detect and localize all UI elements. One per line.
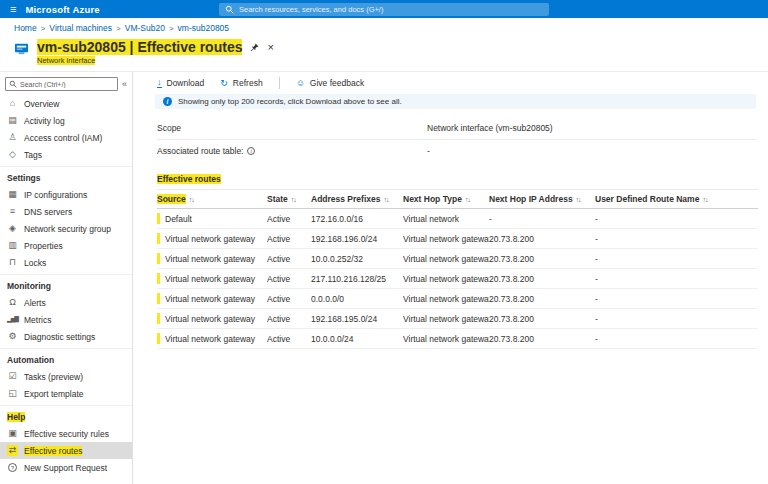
content-area: « ⌂ Overview ▤ Activity log ♙ Access con…	[0, 72, 768, 484]
sidebar-item-effective-routes[interactable]: ⇄ Effective routes	[0, 442, 132, 459]
properties-icon: ▥	[7, 240, 18, 251]
sidebar-group-header: Monitoring	[0, 274, 132, 294]
sidebar-group-header: Settings	[0, 166, 132, 186]
sidebar-item-ip-configurations[interactable]: ▦ IP configurations	[0, 186, 132, 203]
sidebar-item-alerts[interactable]: Ω Alerts	[0, 294, 132, 311]
highlight-mark	[157, 273, 160, 284]
breadcrumb-link-vm-sub20[interactable]: VM-Sub20	[125, 23, 165, 33]
breadcrumb-separator: >	[41, 24, 46, 33]
breadcrumb: Home > Virtual machines > VM-Sub20 > vm-…	[0, 18, 768, 38]
ip-configurations-icon: ▦	[7, 189, 18, 200]
column-header-source[interactable]: Source↑↓	[157, 190, 267, 209]
sidebar-search-input[interactable]	[20, 81, 114, 88]
table-row: Virtual network gateway Active 192.168.1…	[157, 309, 758, 329]
pin-icon[interactable]	[250, 43, 259, 52]
sidebar-item-tags[interactable]: ◇ Tags	[0, 146, 132, 163]
feedback-smiley-icon: ☺	[296, 79, 305, 88]
sidebar-item-label: Effective security rules	[24, 429, 109, 439]
sidebar-item-label: Export template	[24, 389, 84, 399]
locks-icon: ⊓	[7, 257, 18, 268]
download-button[interactable]: ↓ Download	[157, 78, 204, 88]
table-row: Virtual network gateway Active 217.110.2…	[157, 269, 758, 289]
menu-icon[interactable]: ≡	[10, 4, 16, 15]
page-subtitle: Network interface	[37, 56, 95, 65]
sidebar-item-label: Tags	[24, 150, 42, 160]
sidebar-item-tasks-preview[interactable]: ☑ Tasks (preview)	[0, 368, 132, 385]
highlight-mark	[157, 333, 160, 344]
global-search-input[interactable]	[239, 5, 543, 14]
network-security-group-icon: ◈	[7, 223, 18, 234]
highlight-mark	[157, 293, 160, 304]
azure-top-bar: ≡ Microsoft Azure	[0, 0, 768, 18]
sort-icon: ↑↓	[576, 196, 581, 203]
sidebar-item-label: Locks	[24, 258, 46, 268]
give-feedback-button[interactable]: ☺ Give feedback	[296, 78, 365, 88]
info-icon[interactable]: i	[247, 147, 255, 155]
sidebar-item-label: Diagnostic settings	[24, 332, 95, 342]
sidebar-item-network-security-group[interactable]: ◈ Network security group	[0, 220, 132, 237]
network-interface-icon	[14, 41, 29, 56]
column-header-next-hop-type[interactable]: Next Hop Type↑↓	[403, 190, 489, 209]
brand-title[interactable]: Microsoft Azure	[25, 4, 99, 15]
highlight-mark	[157, 253, 160, 264]
global-search[interactable]	[219, 3, 549, 16]
sidebar-item-locks[interactable]: ⊓ Locks	[0, 254, 132, 271]
tags-icon: ◇	[7, 149, 18, 160]
effective-routes-icon: ⇄	[7, 445, 18, 456]
collapse-sidebar-icon[interactable]: «	[122, 79, 127, 89]
column-header-next-hop-ip[interactable]: Next Hop IP Address↑↓	[489, 190, 595, 209]
sidebar-item-new-support-request[interactable]: ? New Support Request	[0, 459, 132, 476]
refresh-button[interactable]: ↻ Refresh	[220, 78, 262, 88]
column-header-address-prefixes[interactable]: Address Prefixes↑↓	[311, 190, 403, 209]
effective-routes-table: Source↑↓ State↑↓ Address Prefixes↑↓ Next…	[157, 189, 758, 349]
breadcrumb-link-virtual-machines[interactable]: Virtual machines	[49, 23, 112, 33]
page-title: vm-sub20805 | Effective routes	[37, 39, 242, 55]
breadcrumb-link-home[interactable]: Home	[14, 23, 37, 33]
info-banner: i Showing only top 200 records, click Do…	[155, 94, 756, 109]
sidebar-item-label: Overview	[24, 99, 59, 109]
column-header-udr-name[interactable]: User Defined Route Name↑↓	[595, 190, 758, 209]
breadcrumb-link-vm-sub20805[interactable]: vm-sub20805	[178, 23, 230, 33]
sort-icon: ↑↓	[383, 196, 388, 203]
column-header-state[interactable]: State↑↓	[267, 190, 311, 209]
sort-icon: ↑↓	[189, 196, 194, 203]
sort-icon: ↑↓	[702, 196, 707, 203]
sidebar-item-dns-servers[interactable]: ≡ DNS servers	[0, 203, 132, 220]
details-section: Scope Network interface (vm-sub20805) As…	[133, 109, 768, 162]
associated-route-table-row: Associated route table:i -	[157, 140, 756, 162]
breadcrumb-separator: >	[169, 24, 174, 33]
sidebar-group-automation: Automation ☑ Tasks (preview) ◱ Export te…	[0, 348, 132, 402]
sidebar-item-access-control[interactable]: ♙ Access control (IAM)	[0, 129, 132, 146]
sidebar-group-general: ⌂ Overview ▤ Activity log ♙ Access contr…	[0, 95, 132, 163]
download-icon: ↓	[157, 78, 162, 88]
command-bar: ↓ Download ↻ Refresh ☺ Give feedback	[133, 72, 768, 94]
sidebar-item-properties[interactable]: ▥ Properties	[0, 237, 132, 254]
sidebar-item-diagnostic-settings[interactable]: ⚙ Diagnostic settings	[0, 328, 132, 345]
breadcrumb-separator: >	[116, 24, 121, 33]
sidebar-item-overview[interactable]: ⌂ Overview	[0, 95, 132, 112]
sidebar-item-label: DNS servers	[24, 207, 72, 217]
associated-route-table-value: -	[427, 146, 430, 156]
sidebar-item-label: IP configurations	[24, 190, 87, 200]
info-icon: i	[163, 97, 172, 106]
alerts-icon: Ω	[7, 297, 18, 308]
sidebar-search[interactable]	[5, 77, 118, 91]
sidebar-item-export-template[interactable]: ◱ Export template	[0, 385, 132, 402]
sidebar-item-activity-log[interactable]: ▤ Activity log	[0, 112, 132, 129]
sidebar-item-label: New Support Request	[24, 463, 107, 473]
highlight-mark	[157, 233, 160, 244]
sidebar-search-row: «	[0, 77, 132, 95]
sidebar-item-metrics[interactable]: ▂▅▇ Metrics	[0, 311, 132, 328]
close-icon[interactable]: ×	[267, 42, 273, 52]
highlight-mark	[157, 313, 160, 324]
highlight-mark	[157, 213, 160, 224]
associated-route-table-label: Associated route table:i	[157, 146, 427, 156]
sidebar-item-label: Network security group	[24, 224, 111, 234]
sidebar-item-label: Alerts	[24, 298, 46, 308]
sidebar-item-label: Access control (IAM)	[24, 133, 102, 143]
info-banner-text: Showing only top 200 records, click Down…	[178, 97, 402, 106]
table-header-row: Source↑↓ State↑↓ Address Prefixes↑↓ Next…	[157, 190, 758, 209]
search-icon	[225, 5, 234, 14]
scope-row: Scope Network interface (vm-sub20805)	[157, 117, 756, 140]
sidebar-item-effective-security-rules[interactable]: ▣ Effective security rules	[0, 425, 132, 442]
